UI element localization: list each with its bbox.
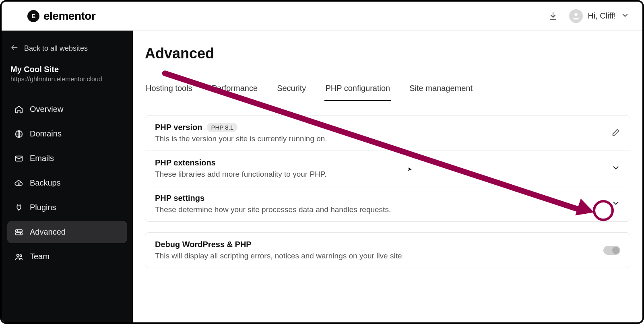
- sidebar-item-label: Team: [30, 252, 50, 261]
- row-subtitle: This will display all scripting errors, …: [155, 252, 404, 260]
- cursor-icon: ➤: [407, 166, 412, 172]
- chevron-down-icon: [611, 163, 620, 174]
- svg-point-0: [575, 13, 578, 16]
- svg-rect-5: [16, 232, 23, 235]
- tabs: Hosting tools Performance Security PHP c…: [145, 84, 630, 101]
- tab-label: PHP configuration: [325, 84, 390, 93]
- arrow-left-icon: [10, 43, 19, 54]
- tab-label: Site management: [409, 84, 473, 93]
- pencil-icon: [611, 128, 620, 138]
- download-icon[interactable]: [548, 11, 558, 21]
- row-debug: Debug WordPress & PHP This will display …: [145, 233, 630, 268]
- sidebar-item-label: Advanced: [30, 227, 66, 237]
- expand-php-settings[interactable]: [611, 199, 620, 209]
- site-name: My Cool Site: [10, 65, 124, 74]
- sidebar-nav: Overview Domains Emails Backups: [7, 98, 127, 268]
- svg-rect-4: [16, 229, 23, 232]
- main: Advanced Hosting tools Performance Secur…: [133, 31, 642, 322]
- sidebar-item-backups[interactable]: Backups: [7, 172, 127, 194]
- row-php-settings[interactable]: PHP settings These determine how your si…: [145, 186, 630, 221]
- brand-logo-icon: E: [27, 10, 39, 22]
- sidebar-item-label: Overview: [30, 105, 63, 114]
- row-subtitle: These determine how your site processes …: [155, 205, 391, 214]
- debug-card: Debug WordPress & PHP This will display …: [145, 232, 630, 268]
- row-title-text: PHP settings: [155, 194, 204, 203]
- tab-label: Security: [277, 84, 306, 93]
- chevron-down-icon: [611, 199, 620, 209]
- back-to-all-websites[interactable]: Back to all websites: [7, 40, 127, 62]
- tab-label: Hosting tools: [146, 84, 192, 93]
- row-subtitle: This is the version your site is current…: [155, 134, 327, 143]
- user-greeting: Hi, Cliff!: [588, 11, 616, 21]
- page-title: Advanced: [145, 45, 630, 62]
- site-block: My Cool Site https://ghlrmtnn.elementor.…: [7, 62, 127, 93]
- sidebar-item-emails[interactable]: Emails: [7, 147, 127, 169]
- tab-label: Performance: [212, 84, 258, 93]
- row-php-version: PHP version PHP 8.1 This is the version …: [145, 116, 630, 151]
- sidebar-item-advanced[interactable]: Advanced: [7, 221, 127, 243]
- home-icon: [14, 105, 23, 114]
- php-version-badge: PHP 8.1: [207, 123, 237, 132]
- plug-icon: [14, 203, 23, 212]
- topbar-right: Hi, Cliff!: [548, 9, 630, 23]
- php-config-card: PHP version PHP 8.1 This is the version …: [145, 115, 630, 222]
- globe-icon: [14, 130, 23, 138]
- topbar: E elementor Hi, Cliff!: [2, 2, 642, 31]
- svg-point-6: [17, 230, 18, 231]
- row-title-text: PHP extensions: [155, 158, 216, 167]
- tab-site-management[interactable]: Site management: [409, 84, 473, 101]
- edit-php-version-button[interactable]: [611, 128, 620, 138]
- sidebar-item-plugins[interactable]: Plugins: [7, 196, 127, 219]
- brand-name: elementor: [43, 10, 95, 23]
- tab-performance[interactable]: Performance: [211, 84, 259, 101]
- chevron-down-icon: [621, 11, 630, 21]
- avatar-icon: [569, 9, 583, 23]
- users-icon: [14, 252, 23, 261]
- sliders-icon: [14, 228, 23, 237]
- expand-php-extensions[interactable]: [611, 163, 620, 174]
- tab-hosting-tools[interactable]: Hosting tools: [145, 84, 193, 101]
- svg-point-8: [17, 254, 19, 256]
- sidebar-item-domains[interactable]: Domains: [7, 123, 127, 145]
- sidebar-item-team[interactable]: Team: [7, 246, 127, 268]
- sidebar: Back to all websites My Cool Site https:…: [2, 31, 133, 322]
- row-title-text: Debug WordPress & PHP: [155, 240, 252, 249]
- row-title-text: PHP version: [155, 123, 202, 132]
- mail-icon: [14, 154, 23, 163]
- back-label: Back to all websites: [24, 44, 88, 53]
- tab-security[interactable]: Security: [276, 84, 307, 101]
- sidebar-item-label: Emails: [30, 154, 54, 163]
- row-php-extensions[interactable]: PHP extensions These libraries add more …: [145, 151, 630, 186]
- sidebar-item-label: Domains: [30, 129, 62, 138]
- sidebar-item-overview[interactable]: Overview: [7, 98, 127, 120]
- sidebar-item-label: Plugins: [30, 203, 56, 212]
- tab-php-configuration[interactable]: PHP configuration: [324, 84, 391, 101]
- brand[interactable]: E elementor: [27, 10, 95, 23]
- sidebar-item-label: Backups: [30, 178, 61, 188]
- site-url: https://ghlrmtnn.elementor.cloud: [10, 76, 124, 83]
- user-menu[interactable]: Hi, Cliff!: [569, 9, 630, 23]
- cloud-icon: [14, 179, 23, 188]
- debug-toggle[interactable]: [603, 246, 620, 255]
- svg-point-9: [20, 254, 22, 256]
- row-subtitle: These libraries add more functionality t…: [155, 170, 326, 179]
- svg-point-7: [20, 233, 21, 234]
